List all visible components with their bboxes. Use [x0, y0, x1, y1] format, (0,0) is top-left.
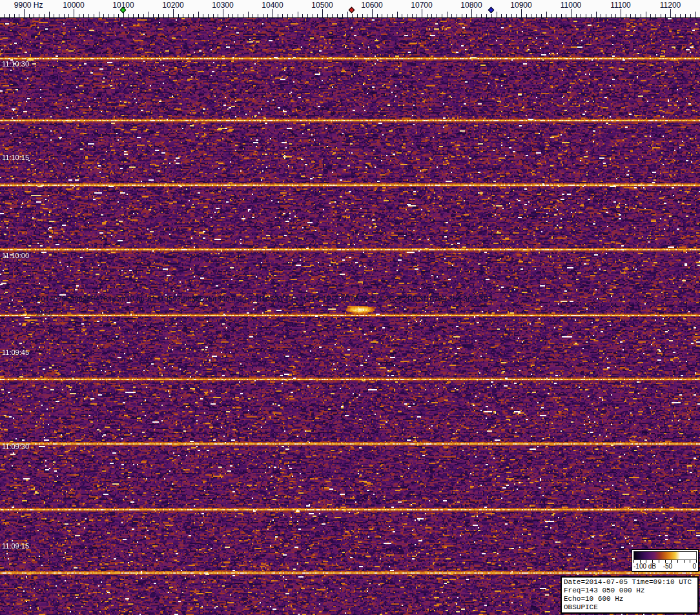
ruler-tick: [158, 14, 159, 17]
ruler-tick: [342, 14, 343, 17]
ruler-tick: [661, 14, 661, 17]
ruler-tick: [332, 14, 333, 17]
ruler-tick: [462, 14, 462, 17]
frequency-ruler: 9900 Hz100001010010200103001040010500106…: [0, 0, 700, 18]
ruler-tick: [447, 12, 448, 17]
ruler-tick: [14, 14, 15, 17]
ruler-tick: [431, 14, 432, 17]
ruler-tick: [322, 9, 323, 17]
time-axis-label: 11:09:45: [2, 348, 29, 356]
ruler-tick: [471, 9, 472, 17]
ruler-tick: [347, 12, 348, 17]
ruler-tick: [541, 14, 542, 17]
ruler-frequency-label: 11100: [610, 1, 631, 10]
ruler-tick: [24, 9, 25, 17]
ruler-tick: [34, 14, 34, 17]
ruler-tick: [650, 14, 651, 17]
ruler-tick: [163, 14, 164, 17]
ruler-tick: [238, 14, 238, 17]
ruler-tick: [203, 14, 203, 17]
ruler-tick: [427, 14, 427, 17]
time-axis-label: 11:09:15: [2, 542, 29, 550]
legend-max-label: 0: [692, 563, 696, 570]
ruler-frequency-label: 10200: [162, 1, 183, 10]
ruler-tick: [193, 14, 194, 17]
ruler-tick: [372, 9, 373, 17]
ruler-tick: [506, 14, 507, 17]
ruler-tick: [626, 14, 626, 17]
ruler-tick: [307, 14, 308, 17]
info-station: OBSUPICE: [564, 603, 695, 612]
ruler-tick: [635, 14, 636, 17]
ruler-tick: [183, 14, 183, 17]
ruler-tick: [437, 14, 437, 17]
marker-diamond-red[interactable]: [349, 7, 355, 14]
ruler-tick: [442, 14, 442, 17]
waterfall-display: 20140705090950476 hCnt10 nb-81 f10593 hi…: [0, 18, 700, 615]
ruler-tick: [621, 9, 621, 17]
ruler-tick: [313, 14, 313, 17]
ruler-tick: [377, 14, 378, 17]
ruler-tick: [129, 14, 129, 17]
ruler-frequency-label: 10000: [63, 1, 84, 10]
ruler-tick: [516, 14, 517, 17]
ruler-tick: [601, 14, 601, 17]
info-date-time: Date=2014-07-05 Time=09:10 UTC: [564, 578, 695, 587]
ruler-tick: [526, 14, 527, 17]
ruler-tick: [94, 14, 94, 17]
ruler-tick: [591, 14, 592, 17]
ruler-tick: [248, 12, 249, 17]
ruler-tick: [606, 14, 606, 17]
ruler-tick: [317, 14, 318, 17]
ruler-tick: [466, 14, 467, 17]
ruler-tick: [287, 14, 288, 17]
ruler-tick: [282, 14, 283, 17]
ruler-tick: [412, 14, 413, 17]
ruler-tick: [392, 14, 393, 17]
ruler-tick: [64, 14, 65, 17]
ruler-tick: [571, 9, 571, 17]
ruler-tick: [675, 14, 676, 17]
info-frequency: Freq=143 050 000 Hz: [564, 587, 695, 595]
ruler-tick: [19, 14, 19, 17]
ruler-tick: [556, 14, 557, 17]
ruler-frequency-label: 10900: [510, 1, 531, 10]
ruler-frequency-label: 10300: [212, 1, 233, 10]
ruler-tick: [118, 14, 119, 17]
ruler-tick: [531, 14, 531, 17]
ruler-tick: [362, 14, 363, 17]
ruler-tick: [293, 14, 293, 17]
ruler-tick: [88, 14, 89, 17]
time-axis-label: 11:09:30: [2, 443, 29, 450]
ruler-tick: [655, 14, 656, 17]
radio-meteor-waterfall-app: 9900 Hz100001010010200103001040010500106…: [0, 0, 700, 615]
time-axis-label: 11:10:30: [2, 60, 29, 68]
ruler-tick: [178, 14, 179, 17]
ruler-tick: [298, 12, 298, 17]
ruler-tick: [327, 14, 328, 17]
ruler-tick: [561, 14, 562, 17]
ruler-tick: [546, 12, 547, 17]
ruler-tick: [615, 14, 616, 17]
ruler-tick: [417, 14, 417, 17]
ruler-tick: [232, 14, 233, 17]
ruler-tick: [39, 14, 39, 17]
ruler-tick: [188, 14, 189, 17]
ruler-tick: [198, 12, 199, 17]
ruler-tick: [143, 14, 144, 17]
event-time-label: 11:50: [36, 309, 53, 317]
ruler-tick: [451, 14, 452, 17]
ruler-tick: [54, 14, 54, 17]
ruler-tick: [586, 14, 586, 17]
ruler-tick: [133, 14, 134, 17]
ruler-tick: [611, 14, 612, 17]
ruler-tick: [4, 14, 5, 17]
ruler-tick: [402, 14, 402, 17]
ruler-tick: [252, 14, 253, 17]
ruler-frequency-label: 11000: [561, 1, 581, 10]
marker-diamond-blue[interactable]: [488, 7, 494, 14]
ruler-tick: [9, 14, 10, 17]
ruler-tick: [352, 14, 353, 17]
legend-min-label: -100 dB: [633, 563, 656, 570]
ruler-tick: [149, 12, 149, 17]
